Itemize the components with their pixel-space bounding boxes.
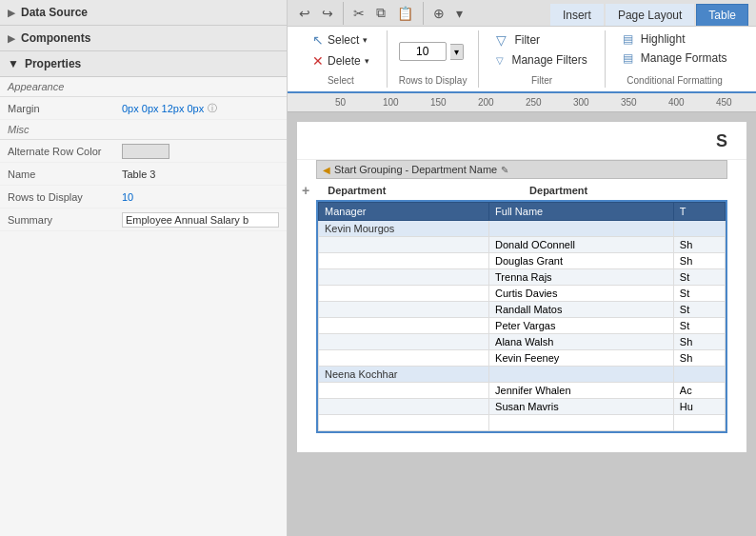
rows-display-dropdown[interactable]: ▾ [450,44,464,60]
margin-value: 0px 0px 12px 0px [122,103,204,114]
col-t: T [673,203,725,221]
filter-funnel-icon: ▽ [496,32,507,48]
ruler: 50 100 150 200 250 300 350 400 450 [288,93,756,112]
ribbon-cond-controls: ▤ Highlight ▤ Manage Formats [617,30,733,75]
tab-insert[interactable]: Insert [550,4,604,26]
right-panel: ↩ ↪ ✂ ⧉ 📋 ⊕ ▾ Insert Page Layout Table [288,0,756,536]
undo-button[interactable]: ↩ [295,4,314,23]
ruler-mark-200: 200 [478,97,494,108]
cell-fullname [489,221,674,237]
cell-manager: Neena Kochhar [319,367,489,383]
manage-filters-row: ▽ Manage Filters [490,51,592,69]
select-label: Select [328,33,359,47]
delete-x-icon: ✕ [312,53,324,69]
grouping-edit-icon[interactable]: ✎ [501,165,508,175]
ribbon-cond-format-section: ▤ Highlight ▤ Manage Formats Conditional… [606,30,745,88]
tab-page-layout[interactable]: Page Layout [606,4,694,26]
tab-table[interactable]: Table [696,4,748,26]
data-source-header[interactable]: ▶ Data Source [0,0,287,25]
dept-col-1: Department [324,183,526,198]
grouping-label: Start Grouping - Department Name [334,164,497,175]
filter-btn-row: ▽ Filter [490,30,592,50]
cell-t: Sh [673,253,725,269]
cell-manager: Kevin Mourgos [319,221,489,237]
content-area: S ◀ Start Grouping - Department Name ✎ + [288,112,756,536]
redo-button[interactable]: ↪ [318,4,337,23]
table-row: Donald OConnell Sh [319,237,726,253]
add-row-icon[interactable]: + [302,183,309,198]
cell-fullname: Trenna Rajs [489,269,674,286]
manage-filters-button[interactable]: ▽ Manage Filters [490,51,592,69]
alt-row-color-label: Alternate Row Color [8,146,122,157]
rows-display-input[interactable] [399,42,447,61]
rows-to-display-value: 10 [122,191,279,203]
table-row: Susan Mavris Hu [319,399,726,415]
ruler-mark-450: 450 [716,97,732,108]
cell-t: Sh [673,237,725,253]
cell-manager [319,350,489,367]
filter-button[interactable]: ▽ Filter [490,30,546,50]
ribbon-rows-section: ▾ Rows to Display [388,30,480,88]
dropdown-arrow-button[interactable]: ▾ [452,4,467,23]
table-row-empty [319,415,726,431]
summary-label: Summary [8,214,122,226]
cell-manager [319,318,489,334]
select-arrow-icon: ▾ [363,35,368,45]
name-row: Name Table 3 [0,163,287,186]
cell-manager [319,286,489,302]
cell-fullname: Donald OConnell [489,237,674,253]
components-arrow: ▶ [8,33,15,44]
ribbon-select-controls: ↖ Select ▾ ✕ Delete ▾ [307,30,375,75]
data-table: Manager Full Name T Kevin Mourgos [318,202,726,431]
cell-t: St [673,318,725,334]
ribbon-rows-controls: ▾ [399,30,464,75]
cut-button[interactable]: ✂ [349,4,368,23]
cell-t: Hu [673,399,725,415]
data-source-section: ▶ Data Source [0,0,287,26]
delete-button[interactable]: ✕ Delete ▾ [307,51,375,70]
manage-formats-button[interactable]: ▤ Manage Formats [617,50,733,67]
table-wrapper: ◀ Start Grouping - Department Name ✎ + D… [297,160,746,452]
cell-empty-1 [319,415,489,431]
properties-section: ▼ Properties Appearance Margin 0px 0px 1… [0,51,287,536]
col-manager: Manager [319,203,489,221]
manage-formats-icon: ▤ [623,51,633,65]
ruler-mark-100: 100 [383,97,399,108]
grouping-collapse-icon[interactable]: ◀ [323,165,330,175]
paste-button[interactable]: 📋 [393,4,417,23]
cell-t [673,367,725,383]
cell-manager [319,399,489,415]
select-cursor-icon: ↖ [312,32,324,48]
cell-t: Sh [673,350,725,367]
table-row: Trenna Rajs St [319,269,726,286]
cell-t: St [673,286,725,302]
delete-label: Delete [328,54,361,68]
cell-t: St [673,302,725,318]
properties-header[interactable]: ▼ Properties [0,51,287,77]
copy-button[interactable]: ⧉ [372,3,389,23]
rows-section-label: Rows to Display [399,75,468,88]
highlight-icon: ▤ [623,32,633,46]
components-header[interactable]: ▶ Components [0,26,287,50]
cell-manager [319,334,489,350]
appearance-section-label: Appearance [0,77,287,97]
table-border-wrapper: Manager Full Name T Kevin Mourgos [316,200,727,433]
select-button[interactable]: ↖ Select ▾ [307,30,373,50]
cell-manager [319,237,489,253]
rows-display-row: ▾ [399,42,464,61]
table-row: Jennifer Whalen Ac [319,383,726,399]
table-row: Curtis Davies St [319,286,726,302]
summary-value[interactable]: Employee Annual Salary b [122,212,279,228]
ribbon-content: ↖ Select ▾ ✕ Delete ▾ Select [288,27,756,93]
table-header-row: Manager Full Name T [319,203,726,221]
cell-manager [319,269,489,286]
ribbon-select-section: ↖ Select ▾ ✕ Delete ▾ Select [295,30,388,88]
highlight-button[interactable]: ▤ Highlight [617,30,691,48]
filter-icon-button[interactable]: ⊕ [429,4,448,23]
color-swatch[interactable] [122,144,169,159]
table-row: Neena Kochhar [319,367,726,383]
grouping-header: ◀ Start Grouping - Department Name ✎ [316,160,727,179]
alternate-row-color-row: Alternate Row Color [0,140,287,163]
manage-filters-icon: ▽ [496,55,504,66]
highlight-row: ▤ Highlight [617,30,733,48]
